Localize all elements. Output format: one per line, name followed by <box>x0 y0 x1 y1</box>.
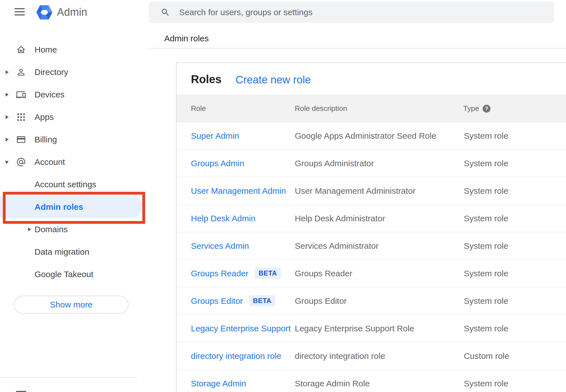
table-row-super-admin: Super Admin Google Apps Administrator Se… <box>177 122 566 150</box>
table-row-groups-admin: Groups Admin Groups Administrator System… <box>177 150 566 177</box>
header-divider <box>149 48 566 49</box>
role-description-cell: Storage Admin Role <box>295 370 370 392</box>
role-link[interactable]: Storage Admin <box>191 379 246 388</box>
column-header-type: Type <box>463 95 479 122</box>
sidebar-item-devices[interactable]: Devices <box>0 83 144 106</box>
role-type-cell: System role <box>464 232 508 259</box>
sidebar-item-google-takeout[interactable]: Google Takeout <box>0 263 144 286</box>
role-link[interactable]: Services Admin <box>191 241 249 250</box>
table-row-storage-admin: Storage Admin Storage Admin Role System … <box>177 370 566 392</box>
sidebar-item-domains[interactable]: Domains <box>0 218 144 241</box>
beta-badge: BETA <box>249 295 275 306</box>
role-type-cell: System role <box>464 122 508 149</box>
table-row-groups-editor: Groups EditorBETA Groups Editor System r… <box>177 287 566 315</box>
hamburger-menu-icon[interactable] <box>15 8 25 15</box>
role-type-cell: System role <box>464 150 508 177</box>
table-row-groups-reader: Groups ReaderBETA Groups Reader System r… <box>177 260 566 287</box>
search-bar[interactable] <box>149 2 554 23</box>
role-description-cell: Groups Administrator <box>295 150 374 177</box>
table-row-legacy-enterprise-support: Legacy Enterprise Support Legacy Enterpr… <box>177 315 566 342</box>
sidebar-item-admin-roles[interactable]: Admin roles <box>0 196 144 218</box>
role-type-cell: System role <box>464 315 508 342</box>
app-title: Admin <box>57 6 87 18</box>
create-new-role-link[interactable]: Create new role <box>236 73 311 86</box>
apps-icon <box>16 112 26 122</box>
table-row-directory-integration-role: directory integration role directory int… <box>177 342 566 370</box>
column-header-role: Role <box>191 95 206 122</box>
sidebar-item-label: Data migration <box>35 241 89 263</box>
sidebar-nav: Home Directory Devices Apps Billing Acco… <box>0 38 144 286</box>
expand-arrow-icon[interactable] <box>6 70 9 74</box>
role-link[interactable]: Groups Editor <box>191 296 243 306</box>
home-icon <box>16 45 26 55</box>
sidebar-item-account[interactable]: Account <box>0 151 144 173</box>
sidebar-item-label: Apps <box>35 106 54 128</box>
role-type-cell: System role <box>464 177 508 204</box>
account-icon <box>16 157 26 167</box>
sidebar-item-home[interactable]: Home <box>0 38 144 61</box>
role-link[interactable]: Groups Reader <box>191 269 248 278</box>
role-link[interactable]: Groups Admin <box>191 159 244 168</box>
admin-logo-icon <box>36 4 53 20</box>
table-row-help-desk-admin: Help Desk Admin Help Desk Administrator … <box>177 205 566 232</box>
collapse-arrow-icon[interactable] <box>5 161 9 164</box>
role-type-cell: System role <box>464 287 508 314</box>
expand-arrow-icon[interactable] <box>6 115 9 119</box>
sidebar-section-divider <box>0 377 138 378</box>
role-description-cell: Help Desk Administrator <box>295 205 385 232</box>
role-description-cell: Services Administrator <box>295 232 378 259</box>
type-help-icon[interactable]: ? <box>483 105 490 113</box>
role-type-cell: System role <box>464 370 508 392</box>
sidebar-item-label: Account <box>35 151 65 173</box>
sidebar-item-label: Directory <box>35 61 68 83</box>
role-description-cell: Google Apps Administrator Seed Role <box>295 122 436 149</box>
role-description-cell: directory integration role <box>295 342 385 370</box>
sidebar-item-label: Devices <box>35 83 65 106</box>
role-description-cell: User Management Administrator <box>295 177 416 204</box>
breadcrumb: Admin roles <box>164 33 209 44</box>
sidebar-item-label: Account settings <box>35 173 96 196</box>
role-description-cell: Groups Editor <box>295 287 347 314</box>
roles-card: Roles Create new role Role Role descript… <box>176 62 566 392</box>
roles-table-body: Super Admin Google Apps Administrator Se… <box>177 122 566 392</box>
table-row-user-management-admin: User Management Admin User Management Ad… <box>177 177 566 205</box>
role-link[interactable]: Legacy Enterprise Support <box>191 324 291 333</box>
expand-arrow-icon[interactable] <box>6 93 9 97</box>
search-input[interactable] <box>179 7 515 17</box>
sidebar-item-label: Admin roles <box>35 196 83 218</box>
sidebar-item-label: Billing <box>35 128 57 151</box>
role-type-cell: Custom role <box>464 342 509 370</box>
role-link[interactable]: Help Desk Admin <box>191 214 255 223</box>
sidebar-item-apps[interactable]: Apps <box>0 106 144 128</box>
sidebar-item-directory[interactable]: Directory <box>0 61 144 83</box>
sidebar-item-billing[interactable]: Billing <box>0 128 144 151</box>
roles-table-header: Role Role description Type ? <box>177 95 566 122</box>
billing-icon <box>16 135 26 145</box>
role-link[interactable]: directory integration role <box>191 351 281 361</box>
partial-sidebar-icon <box>16 391 26 392</box>
column-header-role-description: Role description <box>295 95 347 122</box>
role-type-cell: System role <box>464 205 508 232</box>
sidebar-item-label: Domains <box>35 218 68 241</box>
role-description-cell: Legacy Enterprise Support Role <box>295 315 414 342</box>
sidebar-item-label: Home <box>35 38 57 61</box>
sidebar-item-account-settings[interactable]: Account settings <box>0 173 144 196</box>
table-row-services-admin: Services Admin Services Administrator Sy… <box>177 232 566 260</box>
sidebar-item-label: Google Takeout <box>35 263 93 286</box>
directory-icon <box>16 67 26 77</box>
sidebar-item-data-migration[interactable]: Data migration <box>0 241 144 263</box>
roles-card-title: Roles <box>191 72 222 86</box>
beta-badge: BETA <box>255 268 281 279</box>
expand-arrow-icon[interactable] <box>6 138 9 142</box>
role-description-cell: Groups Reader <box>295 260 352 287</box>
search-icon <box>161 8 170 17</box>
role-link[interactable]: Super Admin <box>191 131 239 140</box>
devices-icon <box>16 90 26 100</box>
expand-arrow-icon[interactable] <box>28 227 31 231</box>
show-more-button[interactable]: Show more <box>14 296 129 314</box>
role-type-cell: System role <box>464 260 508 287</box>
role-link[interactable]: User Management Admin <box>191 186 286 195</box>
